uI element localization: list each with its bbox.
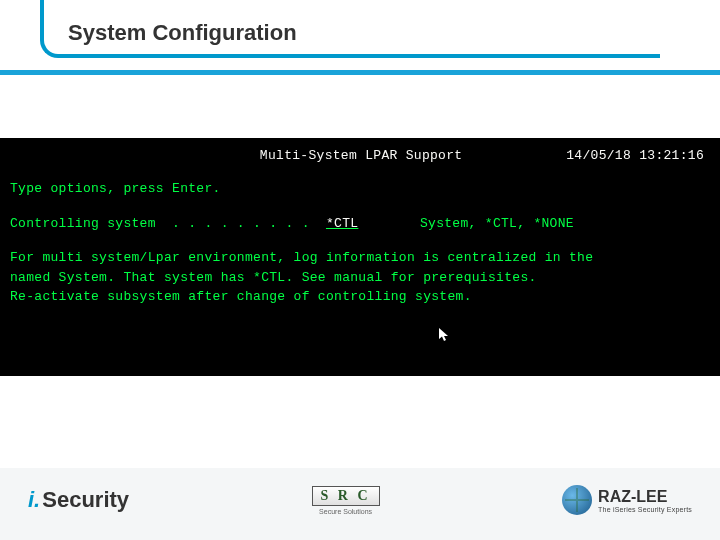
terminal-datetime: 14/05/18 13:21:16 — [566, 146, 704, 167]
header-divider — [0, 70, 720, 75]
razlee-tagline: The iSeries Security Experts — [598, 506, 692, 513]
src-logo-text: S R C — [312, 486, 380, 506]
controlling-system-input[interactable]: *CTL — [326, 214, 400, 235]
src-logo: S R C Secure Solutions — [312, 486, 380, 515]
logo-i-text: i. — [28, 487, 40, 513]
field-hint: System, *CTL, *NONE — [420, 214, 574, 235]
terminal-header: Multi-System LPAR Support 14/05/18 13:21… — [10, 146, 710, 167]
razlee-name: RAZ-LEE — [598, 488, 692, 506]
src-logo-tagline: Secure Solutions — [319, 508, 372, 515]
slide-footer: i. Security S R C Secure Solutions RAZ-L… — [0, 468, 720, 540]
terminal-field-row: Controlling system . . . . . . . . . *CT… — [10, 214, 710, 235]
page-title: System Configuration — [68, 20, 297, 46]
field-dots: . . . . . . . . . — [156, 214, 326, 235]
isecurity-logo: i. Security — [28, 487, 129, 513]
globe-icon — [562, 485, 592, 515]
terminal-description: For multi system/Lpar environment, log i… — [10, 248, 710, 307]
terminal-instruction: Type options, press Enter. — [10, 179, 710, 200]
slide-header: System Configuration — [0, 0, 720, 70]
razlee-logo: RAZ-LEE The iSeries Security Experts — [562, 485, 692, 515]
logo-security-text: Security — [42, 487, 129, 513]
mouse-cursor-icon — [439, 328, 449, 342]
terminal-screen: Multi-System LPAR Support 14/05/18 13:21… — [0, 138, 720, 376]
terminal-title: Multi-System LPAR Support — [156, 146, 566, 167]
field-label: Controlling system — [10, 214, 156, 235]
razlee-text-group: RAZ-LEE The iSeries Security Experts — [598, 488, 692, 513]
